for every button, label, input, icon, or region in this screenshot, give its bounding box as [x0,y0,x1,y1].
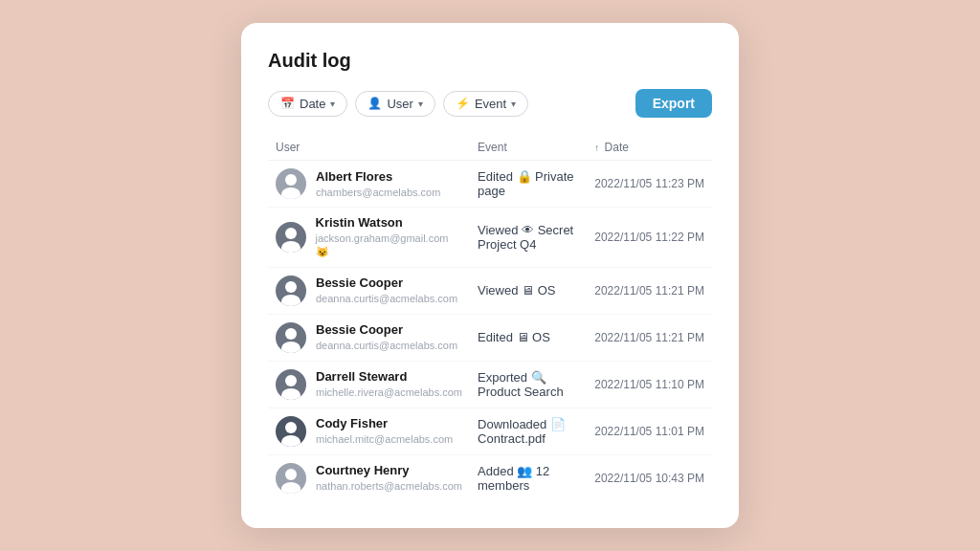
user-chevron-icon: ▾ [418,99,423,109]
event-filter-label: Event [475,97,506,111]
user-filter-label: User [387,97,412,111]
event-cell-5: Downloaded 📄 Contract.pdf [470,408,587,454]
table-row: Courtney Henry nathan.roberts@acmelabs.c… [268,454,712,501]
user-name: Cody Fisher [316,416,453,432]
export-button[interactable]: Export [635,89,712,118]
user-name: Bessie Cooper [316,322,457,339]
avatar [276,322,306,353]
date-cell-5: 2022/11/05 11:01 PM [587,408,712,454]
user-email: jackson.graham@gmail.com 😺 [316,231,463,259]
date-filter-label: Date [300,97,325,111]
user-email: deanna.curtis@acmelabs.com [316,292,457,305]
avatar [276,168,306,199]
user-cell-6: Courtney Henry nathan.roberts@acmelabs.c… [268,454,470,501]
table-row: Bessie Cooper deanna.curtis@acmelabs.com… [268,314,712,361]
date-filter-button[interactable]: 📅 Date ▾ [268,91,347,117]
date-cell-6: 2022/11/05 10:43 PM [587,454,712,501]
user-cell-5: Cody Fisher michael.mitc@acmelabs.com [268,408,470,454]
user-icon: 👤 [368,97,382,110]
user-cell-2: Bessie Cooper deanna.curtis@acmelabs.com [268,267,470,314]
user-name: Albert Flores [316,169,440,186]
table-row: Kristin Watson jackson.graham@gmail.com … [268,208,712,267]
user-filter-button[interactable]: 👤 User ▾ [355,91,434,117]
table-row: Cody Fisher michael.mitc@acmelabs.com Do… [268,408,712,454]
user-email: nathan.roberts@acmelabs.com [316,479,462,493]
avatar [276,276,306,306]
date-cell-4: 2022/11/05 11:10 PM [587,361,712,408]
user-email: michael.mitc@acmelabs.com [316,432,453,446]
audit-table: User Event ↑ Date Albert Flores chambers… [268,135,712,500]
date-cell-1: 2022/11/05 11:22 PM [587,208,712,267]
date-cell-0: 2022/11/05 11:23 PM [587,161,712,208]
user-name: Kristin Watson [316,215,463,231]
date-cell-2: 2022/11/05 11:21 PM [587,267,712,314]
event-icon: ⚡ [456,97,470,110]
calendar-icon: 📅 [280,97,295,110]
table-row: Albert Flores chambers@acmelabs.com Edit… [268,161,712,208]
date-chevron-icon: ▾ [330,99,335,109]
user-name: Courtney Henry [316,463,462,479]
user-name: Darrell Steward [316,369,462,386]
user-name: Bessie Cooper [316,276,457,292]
toolbar: 📅 Date ▾ 👤 User ▾ ⚡ Event ▾ Export [268,89,712,118]
user-cell-0: Albert Flores chambers@acmelabs.com [268,161,470,208]
event-filter-button[interactable]: ⚡ Event ▾ [443,91,528,117]
avatar [276,463,306,494]
col-header-date[interactable]: ↑ Date [587,135,712,161]
event-cell-6: Added 👥 12 members [470,454,587,501]
date-cell-3: 2022/11/05 11:21 PM [587,314,712,361]
event-cell-1: Viewed 👁 Secret Project Q4 [470,208,587,267]
table-row: Bessie Cooper deanna.curtis@acmelabs.com… [268,267,712,314]
user-cell-3: Bessie Cooper deanna.curtis@acmelabs.com [268,314,470,361]
event-cell-0: Edited 🔒 Private page [470,161,587,208]
sort-arrow-icon: ↑ [594,143,599,153]
event-cell-4: Exported 🔍 Product Search [470,361,587,408]
col-header-user: User [268,135,470,161]
col-header-event: Event [470,135,587,161]
user-cell-4: Darrell Steward michelle.rivera@acmelabs… [268,361,470,408]
event-cell-3: Edited 🖥 OS [470,314,587,361]
event-chevron-icon: ▾ [511,99,516,109]
user-email: deanna.curtis@acmelabs.com [316,339,457,352]
user-email: michelle.rivera@acmelabs.com [316,386,462,399]
event-cell-2: Viewed 🖥 OS [470,267,587,314]
page-title: Audit log [268,50,712,72]
avatar [276,416,306,447]
avatar [276,369,306,400]
user-cell-1: Kristin Watson jackson.graham@gmail.com … [268,208,470,267]
user-email: chambers@acmelabs.com [316,186,440,199]
audit-log-card: Audit log 📅 Date ▾ 👤 User ▾ ⚡ Event ▾ Ex… [241,23,739,527]
avatar [276,222,306,253]
table-row: Darrell Steward michelle.rivera@acmelabs… [268,361,712,408]
